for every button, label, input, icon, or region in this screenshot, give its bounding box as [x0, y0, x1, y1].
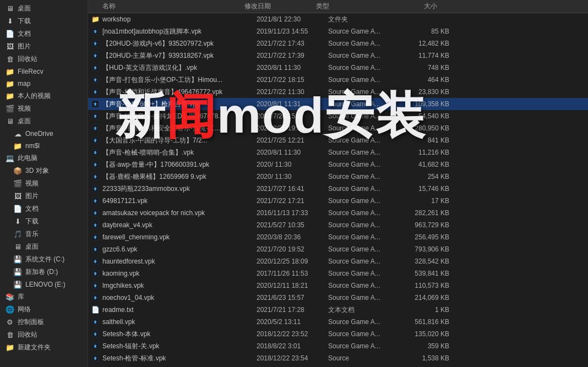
- table-row[interactable]: 【声音-格挡和近战声音】496476772.vpk 2021/7/22 11:3…: [88, 86, 588, 98]
- file-name: 【声音-格挡和近战声音】496476772.vpk: [102, 87, 257, 97]
- sidebar-item[interactable]: ⬇下载: [0, 215, 88, 228]
- table-row[interactable]: 【HUD-英文语言游戏汉化】.vpk 2020/8/1 11:30 Source…: [88, 62, 588, 74]
- table-row[interactable]: 【器·鹿棍-糖果桶】12659969 9.vpk 2020/ 11:30 Sou…: [88, 171, 588, 183]
- table-row[interactable]: noechov1_04.vpk 2021/6/23 15:57 Source G…: [88, 292, 588, 304]
- sidebar-icon: 🎬: [6, 105, 14, 113]
- vpk-icon: [90, 317, 100, 327]
- sidebar-item[interactable]: 🗑回收站: [0, 53, 88, 65]
- sidebar-item[interactable]: 📁FileRecv: [0, 65, 88, 78]
- sidebar-icon: 🎬: [13, 179, 22, 188]
- table-row[interactable]: kaoming.vpk 2017/11/26 11:53 Source Game…: [88, 267, 588, 280]
- sidebar-item[interactable]: 🎬视频: [0, 177, 88, 190]
- sidebar-item[interactable]: 💾LENOVO (E:): [0, 278, 88, 291]
- vpk-icon: [90, 87, 100, 97]
- sidebar-item[interactable]: 📄文档: [0, 202, 88, 215]
- table-row[interactable]: 【20HUD-主菜单-v7】939318267.vpk 2021/7/22 17…: [88, 50, 588, 62]
- sidebar-item[interactable]: 📁nm$l: [0, 140, 88, 152]
- vpk-icon: [90, 111, 100, 121]
- sidebar-item[interactable]: 📁新建文件夹: [0, 341, 88, 354]
- sidebar-icon: 📄: [6, 30, 14, 39]
- sidebar-item[interactable]: ☁OneDrive: [0, 128, 88, 140]
- table-row[interactable]: salthell.vpk 2020/5/2 13:11 Source Game …: [88, 316, 588, 328]
- sidebar-item-label: 桌面: [18, 4, 31, 13]
- sidebar-item-label: map: [18, 80, 30, 87]
- table-row[interactable]: gzzc6.6.vpk 2021/7/20 19:52 Source Game …: [88, 243, 588, 255]
- vpk-icon: [90, 99, 100, 109]
- table-row[interactable]: amatsukaze voicepack for nich.vpk 2016/1…: [88, 207, 588, 219]
- file-size: 464 KB: [400, 76, 449, 84]
- vpk-icon: [90, 341, 100, 351]
- file-name: workshop: [102, 15, 257, 23]
- sidebar-item[interactable]: ⬇下载: [0, 15, 88, 28]
- sidebar-icon: ⬇: [6, 17, 14, 26]
- sidebar-item[interactable]: ⚙控制面板: [0, 316, 88, 328]
- table-row[interactable]: Setesh-本体.vpk 2018/12/22 23:52 Source Ga…: [88, 328, 588, 340]
- folder-icon: 📁: [90, 14, 100, 24]
- table-row[interactable]: 📁 workshop 2021/8/1 22:30 文件夹: [88, 13, 588, 25]
- table-row[interactable]: lmgchikes.vpk 2020/12/11 18:21 Source Ga…: [88, 280, 588, 292]
- file-date: 2021/7/26 15:07: [257, 112, 328, 120]
- table-row[interactable]: 📄 readme.txt 2021/7/21 17:28 文本文档 1 KB: [88, 304, 588, 316]
- table-row[interactable]: 【器·awp-曾量-中】1706600391.vpk 2020/ 11:30 S…: [88, 158, 588, 171]
- sidebar-item[interactable]: 📁map: [0, 78, 88, 90]
- table-row[interactable]: daybreak_v4.vpk 2021/5/27 10:35 Source G…: [88, 219, 588, 231]
- sidebar-item[interactable]: 🎵音乐: [0, 228, 88, 240]
- file-type: Source Game A...: [328, 330, 400, 338]
- sidebar-item[interactable]: 📄文档: [0, 28, 88, 40]
- table-row[interactable]: 【声音-结算音乐-妹抖龙ED】88267878... 2021/7/26 15:…: [88, 110, 588, 122]
- sidebar-item[interactable]: 🗑回收站: [0, 328, 88, 341]
- sidebar-item[interactable]: 🖼图片: [0, 190, 88, 202]
- sidebar-item[interactable]: 🖥桌面: [0, 2, 88, 15]
- sidebar-icon: 📁: [6, 67, 14, 76]
- sidebar-item[interactable]: 🌐网络: [0, 303, 88, 316]
- file-name: kaoming.vpk: [102, 270, 257, 277]
- file-name: 【声音-结算音乐-妹抖龙ED】88267878...: [102, 112, 257, 121]
- sidebar-icon: 🗑: [6, 331, 14, 339]
- sidebar-item[interactable]: 📁本人的视频: [0, 90, 88, 102]
- table-row[interactable]: [noa1mbot]autobhop连跳脚本.vpk 2019/11/23 14…: [88, 25, 588, 37]
- sidebar-item-label: 文档: [18, 29, 31, 39]
- table-row[interactable]: unrelenting morning.vpk 2021/5/16 12:22 …: [88, 364, 588, 367]
- file-name: Setesh-枪管-标准.vpk: [102, 354, 257, 363]
- file-type: Source Game A...: [328, 294, 400, 302]
- file-type: Source Game A...: [328, 233, 400, 241]
- table-row[interactable]: 【声音-枪械-喷哨哨-合集】.vpk 2020/8/1 11:30 Source…: [88, 146, 588, 158]
- table-row[interactable]: 【声音-合集-600+】枪声合集.vpk 2020/8/1 11:31 Sour…: [88, 98, 588, 110]
- file-size: 54,540 KB: [400, 112, 449, 120]
- file-date: 2021/7/20 19:52: [257, 245, 328, 253]
- table-row[interactable]: 【20HUD-游戏内-v6】935207972.vpk 2021/7/22 17…: [88, 37, 588, 50]
- file-type: 文件夹: [328, 15, 400, 24]
- sidebar-item[interactable]: 💻此电脑: [0, 152, 88, 165]
- table-row[interactable]: Setesh-枪管-标准.vpk 2018/12/22 23:54 Source…: [88, 352, 588, 364]
- sidebar-item[interactable]: 📚库: [0, 291, 88, 303]
- sidebar-item[interactable]: 💾新加卷 (D:): [0, 266, 88, 278]
- sidebar-item[interactable]: 🎬视频: [0, 102, 88, 115]
- table-row[interactable]: Setesh-辐射-关.vpk 2018/8/22 3:01 Source Ga…: [88, 340, 588, 352]
- table-row[interactable]: 649817121.vpk 2021/7/22 17:21 Source Gam…: [88, 195, 588, 207]
- sidebar-item-label: 图片: [18, 42, 31, 51]
- file-name: readme.txt: [102, 306, 257, 314]
- sidebar-item-label: 控制面板: [18, 317, 44, 327]
- table-row[interactable]: farewell_chenming.vpk 2020/3/8 20:36 Sou…: [88, 231, 588, 243]
- sidebar-icon: 📁: [6, 79, 14, 88]
- sidebar-item-label: 下载: [18, 17, 31, 26]
- table-row[interactable]: 【声音-打包音乐-小堡OP-工坊】Himou... 2021/7/22 18:1…: [88, 74, 588, 86]
- vpk-icon: [90, 281, 100, 291]
- file-size: 1 KB: [400, 306, 449, 314]
- table-row[interactable]: 【大国音乐-中国的导导-工坊】7/2... 2021/7/25 12:21 So…: [88, 134, 588, 146]
- file-name: farewell_chenming.vpk: [102, 233, 257, 241]
- sidebar-icon: 💾: [13, 255, 22, 264]
- sidebar-item[interactable]: 💾系统文件 (C:): [0, 253, 88, 266]
- sidebar-item[interactable]: 🖥桌面: [0, 240, 88, 253]
- vpk-icon: [90, 232, 100, 242]
- main-content: 名称 修改日期 类型 大小 📁 workshop 2021/8/1 22:30 …: [88, 0, 588, 367]
- sidebar-item[interactable]: 🖼图片: [0, 40, 88, 53]
- sidebar-item-label: 下载: [25, 217, 39, 226]
- table-row[interactable]: 【声音-开场音乐和安全室音乐-点兔-工... 2021/8/25 19:03 S…: [88, 122, 588, 134]
- sidebar-item[interactable]: 🖥桌面: [0, 115, 88, 128]
- table-row[interactable]: hauntedforest.vpk 2020/12/25 18:09 Sourc…: [88, 255, 588, 267]
- sidebar-item[interactable]: 📦3D 对象: [0, 165, 88, 177]
- sidebar-item-label: 本人的视频: [18, 91, 51, 101]
- table-row[interactable]: 22333药瓶2233ammobox.vpk 2021/7/27 16:41 S…: [88, 183, 588, 195]
- sidebar-icon: 💻: [6, 154, 14, 163]
